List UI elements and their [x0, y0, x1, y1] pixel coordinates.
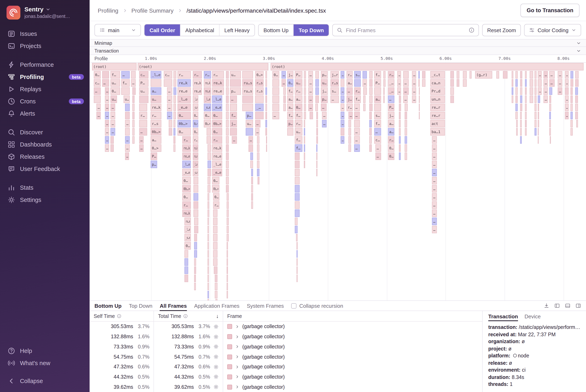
sidebar-item-label: Releases	[20, 154, 45, 160]
replays-icon	[8, 86, 15, 93]
frame-cell[interactable]: (garbage collector)	[223, 352, 482, 362]
sort-left-heavy-button[interactable]: Left Heavy	[219, 24, 255, 36]
breadcrumb-item-0[interactable]: Profiling	[98, 7, 118, 14]
row-settings-icon[interactable]	[213, 324, 219, 329]
frames-tab-bottom-up[interactable]: Bottom Up	[95, 301, 122, 310]
sort-descending-icon[interactable]: ↓	[216, 313, 219, 319]
sidebar-item-stats[interactable]: Stats	[0, 182, 90, 194]
find-frames-search[interactable]	[332, 24, 479, 36]
sidebar-item-performance[interactable]: Performance	[0, 58, 90, 71]
total-time-value: 44.32ms	[174, 374, 194, 380]
sidebar-item-replays[interactable]: Replays	[0, 83, 90, 95]
expand-chevron-icon[interactable]	[235, 375, 239, 379]
direction-top-down-button[interactable]: Top Down	[293, 24, 329, 36]
detail-threads: threads: 1	[488, 381, 580, 388]
search-input[interactable]	[346, 27, 466, 33]
dock-left-icon[interactable]	[554, 303, 560, 308]
sidebar-item-label: Replays	[20, 86, 41, 92]
frame-header[interactable]: Frame	[223, 311, 482, 321]
toolbar: main Call OrderAlphabeticalLeft Heavy Bo…	[90, 21, 586, 39]
frame-cell[interactable]: (garbage collector)	[223, 382, 482, 392]
sidebar-item-what-s-new[interactable]: What's new	[0, 357, 90, 369]
frames-tab-bar: Bottom UpTop DownAll FramesApplication F…	[90, 300, 586, 311]
sidebar-item-issues[interactable]: Issues	[0, 28, 90, 40]
sort-alphabetical-button[interactable]: Alphabetical	[180, 24, 219, 36]
detail-project: project: ø	[488, 346, 580, 352]
self-time-header[interactable]: Self Time	[90, 311, 154, 321]
dock-bottom-icon[interactable]	[565, 303, 570, 308]
total-time-header[interactable]: Total Time ↓	[154, 311, 223, 321]
sidebar-item-help[interactable]: Help	[0, 345, 90, 357]
sidebar-item-user-feedback[interactable]: User Feedback	[0, 163, 90, 175]
direction-bottom-up-button[interactable]: Bottom Up	[259, 24, 293, 36]
sidebar-item-label: Dashboards	[20, 141, 52, 148]
table-row[interactable]: 305.53ms3.7%305.53ms3.7%(garbage collect…	[90, 322, 482, 332]
expand-chevron-icon[interactable]	[235, 385, 239, 389]
chevron-down-icon	[576, 40, 581, 46]
frame-cell[interactable]: (garbage collector)	[223, 342, 482, 352]
expand-chevron-icon[interactable]	[235, 364, 239, 369]
sidebar-item-crons[interactable]: Cronsbeta	[0, 95, 90, 108]
sidebar-item-alerts[interactable]: Alerts	[0, 108, 90, 120]
expand-chevron-icon[interactable]	[235, 354, 239, 359]
frame-name: (garbage collector)	[242, 374, 285, 380]
checkbox-icon[interactable]	[291, 303, 296, 308]
sidebar-item-discover[interactable]: Discover	[0, 126, 90, 138]
export-icon[interactable]	[544, 303, 549, 308]
frame-cell[interactable]: (garbage collector)	[223, 362, 482, 372]
frames-tab-application-frames[interactable]: Application Frames	[194, 301, 239, 310]
row-settings-icon[interactable]	[213, 354, 219, 360]
sidebar-item-settings[interactable]: Settings	[0, 194, 90, 206]
sidebar-item-collapse[interactable]: Collapse	[0, 375, 90, 387]
chevron-right-icon	[235, 375, 239, 379]
self-time-cell: 54.75ms0.7%	[90, 352, 154, 362]
sidebar-item-dashboards[interactable]: Dashboards	[0, 138, 90, 150]
sort-call-order-button[interactable]: Call Order	[145, 24, 180, 36]
whatsnew-icon	[8, 360, 15, 367]
row-settings-icon[interactable]	[213, 364, 219, 370]
frame-cell[interactable]: (garbage collector)	[223, 372, 482, 382]
chevron-right-icon	[235, 364, 239, 369]
breadcrumb-item-2[interactable]: /static/app/views/performance/vitalDetai…	[187, 7, 326, 14]
go-to-transaction-button[interactable]: Go to Transaction	[520, 4, 579, 17]
minimap-panel-header[interactable]: Minimap	[90, 39, 586, 47]
org-switcher[interactable]: Sentry jonas.badalic@sent…	[0, 0, 90, 24]
collapse-recursion-checkbox[interactable]: Collapse recursion	[291, 303, 343, 309]
thread-select[interactable]: main	[95, 24, 141, 36]
flamegraph-canvas[interactable]	[90, 63, 586, 300]
sidebar-item-releases[interactable]: Releases	[0, 150, 90, 163]
table-row[interactable]: 132.88ms1.6%132.88ms1.6%(garbage collect…	[90, 332, 482, 342]
row-settings-icon[interactable]	[213, 334, 219, 339]
expand-chevron-icon[interactable]	[235, 344, 239, 349]
expand-chevron-icon[interactable]	[235, 334, 239, 339]
detail-value: ø	[522, 339, 525, 344]
table-row[interactable]: 73.33ms0.9%73.33ms0.9%(garbage collector…	[90, 342, 482, 352]
frame-name: (garbage collector)	[242, 334, 285, 340]
expand-chevron-icon[interactable]	[235, 324, 239, 329]
details-tab-transaction[interactable]: Transaction	[488, 314, 518, 321]
table-row[interactable]: 54.75ms0.7%54.75ms0.7%(garbage collector…	[90, 352, 482, 362]
table-row[interactable]: 44.32ms0.5%44.32ms0.5%(garbage collector…	[90, 372, 482, 382]
breadcrumb-item-1[interactable]: Profile Summary	[131, 7, 174, 14]
color-coding-button[interactable]: Color Coding	[524, 24, 581, 36]
reset-zoom-button[interactable]: Reset Zoom	[482, 24, 521, 36]
total-time-percent: 0.6%	[194, 364, 210, 370]
table-row[interactable]: 39.62ms0.5%39.62ms0.5%(garbage collector…	[90, 382, 482, 392]
row-settings-icon[interactable]	[213, 384, 219, 390]
row-settings-icon[interactable]	[213, 374, 219, 380]
dock-right-icon[interactable]	[575, 303, 581, 308]
detail-key: environment:	[488, 367, 522, 373]
sidebar-item-profiling[interactable]: Profilingbeta	[0, 71, 90, 83]
transaction-panel-header[interactable]: Transaction	[90, 47, 586, 55]
transaction-label: Transaction	[95, 48, 119, 53]
details-tab-device[interactable]: Device	[524, 314, 541, 321]
chevron-right-icon	[235, 344, 239, 349]
row-settings-icon[interactable]	[213, 344, 219, 350]
sidebar-item-projects[interactable]: Projects	[0, 40, 90, 52]
table-row[interactable]: 47.32ms0.6%47.32ms0.6%(garbage collector…	[90, 362, 482, 372]
frame-cell[interactable]: (garbage collector)	[223, 322, 482, 332]
frames-tab-top-down[interactable]: Top Down	[129, 301, 153, 310]
frame-cell[interactable]: (garbage collector)	[223, 332, 482, 342]
frames-tab-system-frames[interactable]: System Frames	[247, 301, 284, 310]
frames-tab-all-frames[interactable]: All Frames	[160, 301, 187, 310]
